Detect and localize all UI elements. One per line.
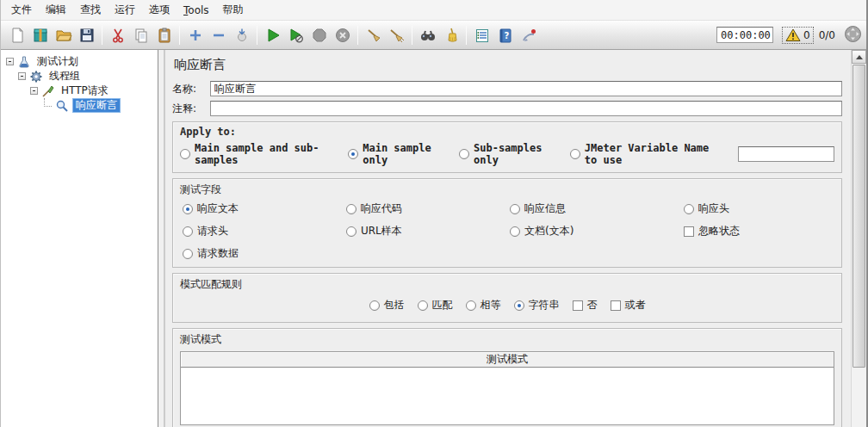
save-button[interactable] xyxy=(75,23,98,46)
name-input[interactable] xyxy=(210,81,842,96)
reset-search-button[interactable] xyxy=(439,23,462,46)
radio-icon[interactable] xyxy=(418,300,428,311)
tree-node-label[interactable]: 线程组 xyxy=(46,70,83,83)
radio-icon[interactable] xyxy=(183,226,193,237)
comment-input[interactable] xyxy=(210,101,842,116)
checkbox-icon[interactable] xyxy=(573,300,583,311)
apply-option-sub-only[interactable]: Sub-samples only xyxy=(459,142,555,166)
rule-option-or[interactable]: 或者 xyxy=(611,298,646,313)
apply-option-jmeter-variable[interactable]: JMeter Variable Name to use xyxy=(570,142,722,166)
radio-icon-selected[interactable] xyxy=(514,300,524,311)
collapse-expander-icon[interactable] xyxy=(30,87,38,95)
radio-icon[interactable] xyxy=(510,204,520,214)
tree-node-http-request[interactable]: HTTP请求 xyxy=(4,84,156,98)
menu-item-run[interactable]: 运行 xyxy=(108,0,142,20)
patterns-table-header[interactable]: 测试模式 xyxy=(181,352,834,368)
rule-option-equals[interactable]: 相等 xyxy=(466,298,501,313)
field-option-document-text[interactable]: 文档(文本) xyxy=(510,224,684,238)
apply-option-main-only[interactable]: Main sample only xyxy=(348,142,443,166)
field-option-ignore-status[interactable]: 忽略状态 xyxy=(684,224,834,238)
scrollbar-thumb[interactable] xyxy=(852,65,865,368)
patterns-table[interactable]: 测试模式 xyxy=(180,351,834,425)
name-row: 名称: xyxy=(172,81,842,96)
checkbox-icon[interactable] xyxy=(684,226,694,237)
field-option-response-code[interactable]: 响应代码 xyxy=(346,201,510,216)
tree-node-thread-group[interactable]: 线程组 xyxy=(4,69,156,84)
rule-option-not[interactable]: 否 xyxy=(573,298,598,313)
patterns-title: 测试模式 xyxy=(180,332,834,347)
radio-icon[interactable] xyxy=(466,300,476,311)
stop-button[interactable] xyxy=(307,23,331,46)
field-option-response-text[interactable]: 响应文本 xyxy=(183,201,346,216)
menu-item-tools[interactable]: Tools xyxy=(177,2,216,19)
error-count: 0 xyxy=(803,29,810,41)
help-button[interactable]: ? xyxy=(493,23,517,46)
radio-icon[interactable] xyxy=(684,204,694,214)
field-option-request-headers[interactable]: 请求头 xyxy=(183,224,346,238)
field-option-response-message[interactable]: 响应信息 xyxy=(510,201,684,216)
open-button[interactable] xyxy=(52,23,75,46)
cut-button[interactable] xyxy=(106,23,129,46)
toolbar-separator xyxy=(102,26,102,45)
menu-item-options[interactable]: 选项 xyxy=(142,0,177,20)
clear-all-button[interactable] xyxy=(385,23,408,46)
cut-scissors-icon xyxy=(109,27,127,44)
misc-tool-button[interactable] xyxy=(517,23,540,46)
copy-button[interactable] xyxy=(129,23,152,46)
jmeter-window: 文件 编辑 查找 运行 选项 Tools 帮助 ? xyxy=(0,0,868,427)
checkbox-icon[interactable] xyxy=(611,300,621,311)
templates-button[interactable] xyxy=(28,23,52,46)
collapse-expander-icon[interactable] xyxy=(6,58,14,65)
rule-option-matches[interactable]: 匹配 xyxy=(418,298,453,313)
scroll-up-button[interactable] xyxy=(852,50,866,64)
radio-icon[interactable] xyxy=(180,149,190,159)
toggle-icon xyxy=(233,27,251,44)
radio-icon-selected[interactable] xyxy=(348,149,358,159)
plus-icon xyxy=(187,27,204,44)
paste-button[interactable] xyxy=(152,23,176,46)
vertical-scrollbar[interactable] xyxy=(851,50,866,427)
radio-icon[interactable] xyxy=(459,149,469,159)
tree-node-label[interactable]: 测试计划 xyxy=(34,55,81,68)
menu-item-file[interactable]: 文件 xyxy=(4,0,39,20)
log-errors-indicator[interactable]: 0 xyxy=(782,27,814,44)
function-helper-icon xyxy=(474,27,491,44)
radio-icon[interactable] xyxy=(369,300,380,311)
collapse-all-button[interactable] xyxy=(207,23,230,46)
menu-item-search[interactable]: 查找 xyxy=(73,0,108,20)
collapse-expander-icon[interactable] xyxy=(18,72,26,80)
pattern-rules-options: 包括 匹配 相等 字符串 否 或者 xyxy=(180,298,834,313)
field-option-response-headers[interactable]: 响应头 xyxy=(684,201,834,216)
panel-splitter[interactable] xyxy=(158,50,164,427)
clear-button[interactable] xyxy=(362,23,385,46)
radio-icon[interactable] xyxy=(510,226,520,237)
tree-node-label-selected[interactable]: 响应断言 xyxy=(72,98,121,113)
patterns-table-body[interactable] xyxy=(181,368,834,424)
tree-node-response-assertion[interactable]: 响应断言 xyxy=(4,98,156,113)
tree-node-test-plan[interactable]: 测试计划 xyxy=(4,54,156,69)
apply-option-main-and-sub[interactable]: Main sample and sub-samples xyxy=(180,142,332,166)
tree-node-label[interactable]: HTTP请求 xyxy=(59,84,111,97)
menu-item-help[interactable]: 帮助 xyxy=(216,0,251,20)
shutdown-button[interactable] xyxy=(331,23,354,46)
start-button[interactable] xyxy=(261,23,284,46)
radio-icon-selected[interactable] xyxy=(183,204,193,214)
search-button[interactable] xyxy=(416,23,439,46)
expand-all-button[interactable] xyxy=(183,23,207,46)
radio-icon[interactable] xyxy=(346,226,356,237)
option-label: 响应代码 xyxy=(361,201,402,216)
function-helper-button[interactable] xyxy=(470,23,493,46)
field-option-request-data[interactable]: 请求数据 xyxy=(183,246,346,261)
toggle-button[interactable] xyxy=(230,23,253,46)
radio-icon[interactable] xyxy=(346,204,356,214)
rule-option-substring[interactable]: 字符串 xyxy=(514,298,560,313)
field-option-url-sample[interactable]: URL样本 xyxy=(346,224,510,238)
menu-item-edit[interactable]: 编辑 xyxy=(39,0,73,20)
radio-icon[interactable] xyxy=(183,249,193,259)
rule-option-contains[interactable]: 包括 xyxy=(369,298,405,313)
new-file-button[interactable] xyxy=(5,23,28,46)
variable-name-input[interactable] xyxy=(738,146,834,162)
toolbar-separator xyxy=(179,26,180,45)
start-no-timers-button[interactable] xyxy=(284,23,307,46)
radio-icon[interactable] xyxy=(570,149,580,159)
